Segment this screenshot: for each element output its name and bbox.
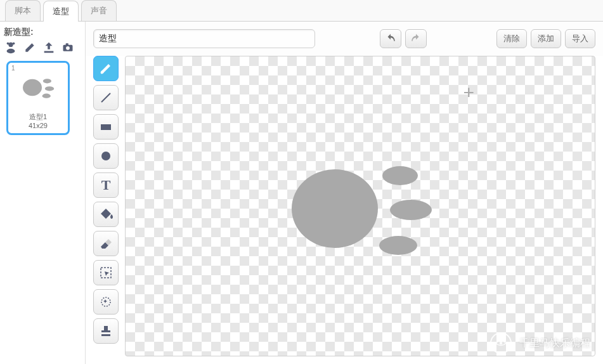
- paint-icon[interactable]: [23, 41, 37, 55]
- brush-tool[interactable]: [93, 56, 119, 81]
- watermark-text: 千里马快乐编程: [519, 337, 590, 350]
- ellipse-tool[interactable]: [93, 143, 119, 169]
- editor: 清除 添加 导入 T: [86, 22, 603, 364]
- tab-costumes[interactable]: 造型: [43, 1, 79, 22]
- library-icon[interactable]: [4, 41, 18, 55]
- svg-point-18: [390, 200, 432, 220]
- svg-point-3: [13, 42, 15, 45]
- new-costume-icons: [4, 41, 81, 55]
- new-costume-label: 新造型:: [4, 27, 81, 38]
- svg-point-17: [382, 166, 418, 185]
- costume-thumbnail[interactable]: 1 造型1 41x29: [6, 61, 70, 135]
- rect-tool[interactable]: [93, 114, 119, 140]
- line-tool[interactable]: [93, 85, 119, 110]
- svg-rect-12: [101, 124, 111, 130]
- svg-point-2: [7, 42, 10, 45]
- clear-button[interactable]: 清除: [496, 29, 527, 48]
- watermark: 千里马快乐编程: [490, 332, 590, 354]
- svg-point-13: [101, 152, 110, 160]
- workspace: T +: [86, 56, 603, 364]
- stamp-tool[interactable]: [93, 318, 119, 344]
- paint-canvas[interactable]: +: [125, 56, 595, 356]
- tab-sounds[interactable]: 声音: [81, 0, 117, 21]
- svg-point-5: [66, 46, 70, 50]
- svg-point-7: [23, 79, 42, 96]
- svg-line-11: [101, 93, 110, 102]
- svg-point-1: [7, 49, 15, 53]
- svg-point-9: [45, 86, 54, 91]
- upload-icon[interactable]: [42, 41, 56, 55]
- svg-point-10: [42, 94, 51, 98]
- eraser-tool[interactable]: [93, 231, 119, 256]
- undo-button[interactable]: [380, 29, 401, 48]
- costume-sidebar: 新造型: 1: [0, 22, 86, 364]
- svg-point-0: [8, 42, 13, 47]
- watermark-logo-icon: [490, 332, 512, 354]
- wand-tool[interactable]: [93, 289, 119, 315]
- thumb-number: 1: [11, 65, 15, 72]
- thumb-preview: [8, 63, 68, 112]
- fill-tool[interactable]: [93, 202, 119, 227]
- svg-rect-6: [66, 43, 68, 45]
- thumb-name: 造型1: [8, 112, 68, 121]
- svg-point-20: [500, 342, 503, 345]
- svg-point-8: [43, 79, 51, 83]
- import-button[interactable]: 导入: [565, 29, 595, 48]
- crosshair-icon: +: [463, 82, 474, 103]
- main: 新造型: 1: [0, 22, 603, 364]
- camera-icon[interactable]: [61, 41, 75, 55]
- toolbar: 清除 添加 导入: [86, 22, 603, 56]
- svg-point-16: [292, 169, 378, 248]
- tool-palette: T: [93, 56, 119, 356]
- select-tool[interactable]: [93, 260, 119, 285]
- thumb-dimensions: 41x29: [8, 121, 68, 130]
- costume-name-input[interactable]: [93, 29, 315, 48]
- tab-scripts[interactable]: 脚本: [5, 0, 41, 21]
- costume-artwork: [278, 152, 443, 266]
- svg-point-19: [379, 236, 417, 255]
- text-tool[interactable]: T: [93, 172, 119, 198]
- redo-button[interactable]: [405, 29, 427, 48]
- add-button[interactable]: 添加: [531, 29, 561, 48]
- tab-bar: 脚本 造型 声音: [0, 0, 603, 22]
